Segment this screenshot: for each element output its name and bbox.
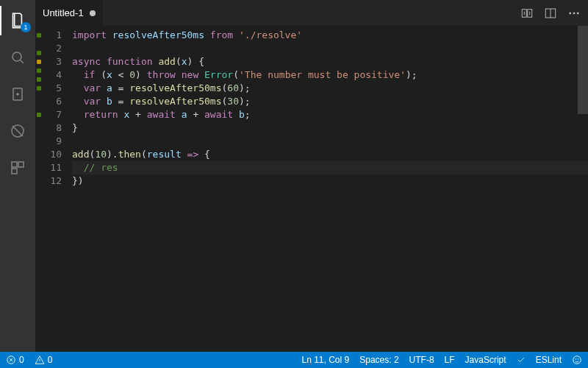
status-eslint-check[interactable] [517, 355, 526, 364]
code-line[interactable] [72, 42, 588, 55]
code-line[interactable]: return x + await a + await b; [72, 108, 588, 121]
activity-bar: 1 [0, 0, 35, 352]
tab-bar: Untitled-1 [35, 0, 588, 26]
activity-explorer[interactable]: 1 [0, 6, 35, 35]
code-line[interactable]: if (x < 0) throw new Error('The number m… [72, 68, 588, 82]
code-line[interactable]: import resolveAfter50ms from './resolve' [72, 29, 588, 42]
code-line[interactable]: } [72, 121, 588, 135]
svg-point-11 [577, 13, 578, 14]
code-line[interactable]: var b = resolveAfter50ms(30); [72, 95, 588, 108]
code-line[interactable] [72, 135, 588, 148]
activity-search[interactable] [0, 43, 35, 72]
code-area[interactable]: import resolveAfter50ms from './resolve'… [72, 26, 588, 352]
svg-point-9 [570, 13, 571, 14]
status-warnings[interactable]: 0 [35, 355, 53, 365]
status-language[interactable]: JavaScript [465, 355, 506, 365]
status-spaces[interactable]: Spaces: 2 [359, 355, 398, 365]
status-eol[interactable]: LF [445, 355, 455, 365]
status-eslint[interactable]: ESLint [536, 355, 562, 365]
svg-rect-5 [12, 169, 17, 174]
scrollbar-thumb[interactable] [578, 26, 588, 114]
unsaved-dot-icon [90, 10, 96, 16]
compare-icon[interactable] [520, 7, 534, 20]
gutter-markers [35, 26, 43, 352]
svg-point-14 [576, 359, 576, 360]
explorer-badge: 1 [21, 22, 31, 32]
svg-point-0 [12, 52, 21, 61]
code-line[interactable]: var a = resolveAfter50ms(60); [72, 82, 588, 95]
svg-point-15 [578, 359, 578, 360]
status-errors[interactable]: 0 [6, 355, 24, 365]
split-editor-icon[interactable] [544, 7, 557, 20]
code-line[interactable]: async function add(x) { [72, 55, 588, 68]
code-line[interactable]: }) [72, 174, 588, 188]
status-ln-col[interactable]: Ln 11, Col 9 [302, 355, 350, 365]
scrollbar[interactable] [578, 26, 588, 352]
activity-extensions[interactable] [0, 153, 35, 183]
svg-point-10 [573, 13, 575, 14]
line-numbers: 123456789101112 [43, 26, 72, 352]
svg-rect-4 [18, 162, 24, 167]
code-line[interactable]: // res [72, 161, 588, 174]
tab-untitled-1[interactable]: Untitled-1 [35, 0, 103, 26]
status-bar: 0 0 Ln 11, Col 9 Spaces: 2 UTF-8 LF Java… [0, 352, 588, 368]
tab-title: Untitled-1 [43, 7, 84, 18]
activity-debug[interactable] [0, 116, 35, 146]
activity-source-control[interactable] [0, 79, 35, 109]
svg-rect-3 [12, 162, 17, 167]
code-editor[interactable]: 123456789101112 import resolveAfter50ms … [35, 26, 588, 352]
status-feedback-icon[interactable] [572, 355, 582, 365]
status-encoding[interactable]: UTF-8 [409, 355, 434, 365]
svg-point-13 [573, 356, 581, 364]
code-line[interactable]: add(10).then(result => { [72, 148, 588, 161]
more-icon[interactable] [567, 7, 581, 20]
